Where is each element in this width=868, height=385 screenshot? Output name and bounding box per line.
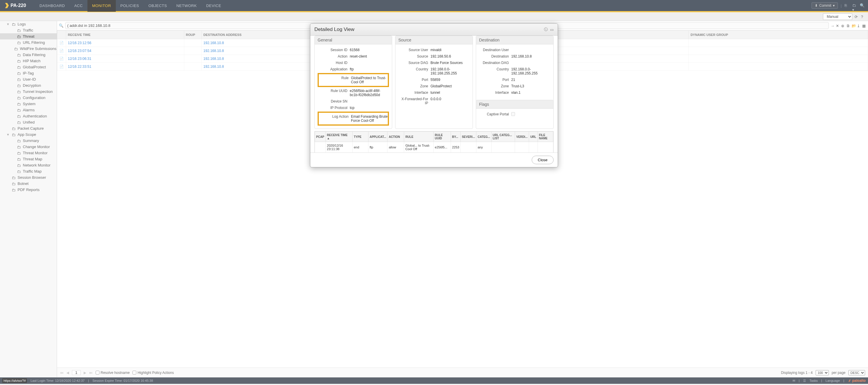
- window-icon[interactable]: ▭: [550, 28, 554, 32]
- kv-label: Country: [479, 67, 511, 75]
- kv-value: 192.168.0.0-192.168.255.255: [511, 67, 550, 75]
- mt-col[interactable]: RULE: [404, 132, 434, 142]
- general-panel: General Session ID61568Actionreset-clien…: [314, 36, 392, 129]
- source-kv-row: X-Forwarded-For IP0.0.0.0: [398, 96, 470, 106]
- kv-value: 192.168.10.8: [511, 54, 550, 59]
- kv-label: Source: [398, 54, 431, 59]
- mt-cell: ftp: [368, 142, 387, 153]
- destination-kv-row: Country192.168.0.0-192.168.255.255: [479, 66, 550, 76]
- general-kv-row: RuleGlobalProtect to Trust-Cool Off: [319, 75, 388, 85]
- modal-body: General Session ID61568Actionreset-clien…: [310, 36, 558, 152]
- source-kv-row: Interfacetunnel: [398, 90, 470, 96]
- kv-label: X-Forwarded-For IP: [398, 97, 431, 105]
- modal-backdrop: Detailed Log View ⓘ ▭ General Session ID…: [0, 0, 868, 384]
- mt-col[interactable]: VERDI...: [515, 132, 529, 142]
- source-kv-row: Source DAGBrute Force Sources: [398, 60, 470, 66]
- general-kv-row: Actionreset-client: [318, 53, 389, 60]
- mt-col[interactable]: BY...: [451, 132, 460, 142]
- kv-label: IP Protocol: [318, 106, 350, 110]
- related-log-row[interactable]: 2020/12/16 23:11:38endftpallowGlobal... …: [315, 142, 553, 153]
- destination-kv-row: Port21: [479, 76, 550, 83]
- mt-cell: e256f5...: [433, 142, 451, 153]
- mt-col[interactable]: APPLICAT...: [368, 132, 387, 142]
- kv-label: Rule UUID: [318, 89, 350, 97]
- kv-value: 0.0.0.0: [431, 97, 470, 105]
- kv-value: tunnel: [431, 91, 470, 95]
- kv-label: Destination DAG: [479, 61, 511, 65]
- source-kv-row: Port55859: [398, 76, 470, 83]
- general-kv-row: Rule UUIDe256f5bb-ac8f-4f8f-bc1b-f02f8db…: [318, 88, 389, 98]
- kv-value: Email Forwarding Brute Force Cool-Off: [351, 114, 388, 123]
- source-kv-row: Country192.168.0.0-192.168.255.255: [398, 66, 470, 76]
- mt-col[interactable]: FILE NAME: [537, 132, 553, 142]
- mt-col[interactable]: URL CATEG... LIST: [491, 132, 515, 142]
- mt-cell: allow: [388, 142, 404, 153]
- kv-label: Action: [318, 54, 350, 59]
- source-kv-row: ZoneGlobalProtect: [398, 83, 470, 90]
- kv-label: Port: [398, 78, 431, 82]
- kv-label: Destination User: [479, 48, 511, 52]
- general-kv-row: Session ID61568: [318, 47, 389, 53]
- kv-value: [511, 48, 550, 52]
- general-panel-body: Session ID61568Actionreset-clientHost ID…: [315, 44, 392, 129]
- highlighted-field: Log ActionEmail Forwarding Brute Force C…: [318, 112, 389, 126]
- kv-label: Port: [479, 78, 511, 82]
- kv-label: Source User: [398, 48, 431, 52]
- mt-cell: [515, 142, 529, 153]
- source-panel: Source Source UsermivaldiSource192.168.5…: [395, 36, 473, 129]
- kv-value: 21: [511, 78, 550, 82]
- general-kv-row: Log ActionEmail Forwarding Brute Force C…: [319, 113, 388, 124]
- related-logs-table-wrap: PCAPRECEIVE TIME ▲TYPEAPPLICAT...ACTIONR…: [314, 131, 554, 152]
- mt-col[interactable]: RULE UUID: [433, 132, 451, 142]
- kv-label: Session ID: [318, 48, 350, 52]
- kv-value: mivaldi: [431, 48, 470, 52]
- kv-label: Device SN: [318, 99, 350, 103]
- mt-col[interactable]: SEVERI...: [461, 132, 476, 142]
- kv-label: Interface: [398, 91, 431, 95]
- kv-value: Trust-L3: [511, 84, 550, 88]
- kv-label: Rule: [319, 76, 351, 84]
- destination-kv-row: Destination192.168.10.8: [479, 53, 550, 60]
- general-kv-row: Device SN: [318, 98, 389, 105]
- kv-value: vlan.1: [511, 91, 550, 95]
- kv-value: [350, 61, 389, 65]
- detailed-log-view-modal: Detailed Log View ⓘ ▭ General Session ID…: [310, 23, 558, 167]
- kv-label: Zone: [479, 84, 511, 88]
- mt-col[interactable]: URL: [529, 132, 538, 142]
- kv-value: 61568: [350, 48, 389, 52]
- mt-cell: end: [352, 142, 368, 153]
- destination-panel-header: Destination: [476, 36, 553, 44]
- mt-col[interactable]: RECEIVE TIME ▲: [326, 132, 352, 142]
- highlighted-field: RuleGlobalProtect to Trust-Cool Off: [318, 73, 389, 87]
- mt-cell: [537, 142, 553, 153]
- mt-cell: [491, 142, 515, 153]
- modal-title: Detailed Log View: [314, 27, 544, 32]
- close-button[interactable]: Close: [532, 156, 554, 164]
- mt-col[interactable]: CATEG...: [476, 132, 492, 142]
- kv-value: e256f5bb-ac8f-4f8f-bc1b-f02f8db2d50d: [350, 89, 389, 97]
- general-kv-row: Applicationftp: [318, 66, 389, 72]
- source-panel-header: Source: [395, 36, 473, 44]
- modal-footer: Close: [310, 152, 558, 167]
- kv-value: [511, 61, 550, 65]
- help-icon[interactable]: ⓘ: [544, 27, 548, 32]
- flags-panel-body: Captive Portal: [476, 109, 553, 120]
- kv-value: Brute Force Sources: [431, 61, 470, 65]
- source-kv-row: Source Usermivaldi: [398, 47, 470, 53]
- kv-label: Country: [398, 67, 431, 75]
- kv-value: 55859: [431, 78, 470, 82]
- modal-header: Detailed Log View ⓘ ▭: [310, 24, 558, 36]
- kv-value: reset-client: [350, 54, 389, 59]
- captive-portal-checkbox: [511, 112, 515, 116]
- kv-label: Log Action: [319, 114, 351, 123]
- mt-cell: 2253: [451, 142, 460, 153]
- flag-label: Captive Portal: [479, 112, 511, 117]
- destination-panel: Destination Destination UserDestination1…: [476, 36, 554, 129]
- mt-col[interactable]: PCAP: [315, 132, 326, 142]
- mt-col[interactable]: ACTION: [388, 132, 404, 142]
- general-kv-row: IP Protocoltcp: [318, 105, 389, 111]
- mt-col[interactable]: TYPE: [352, 132, 368, 142]
- related-logs-table: PCAPRECEIVE TIME ▲TYPEAPPLICAT...ACTIONR…: [315, 132, 553, 152]
- kv-label: Destination: [479, 54, 511, 59]
- destination-kv-row: Destination DAG: [479, 60, 550, 66]
